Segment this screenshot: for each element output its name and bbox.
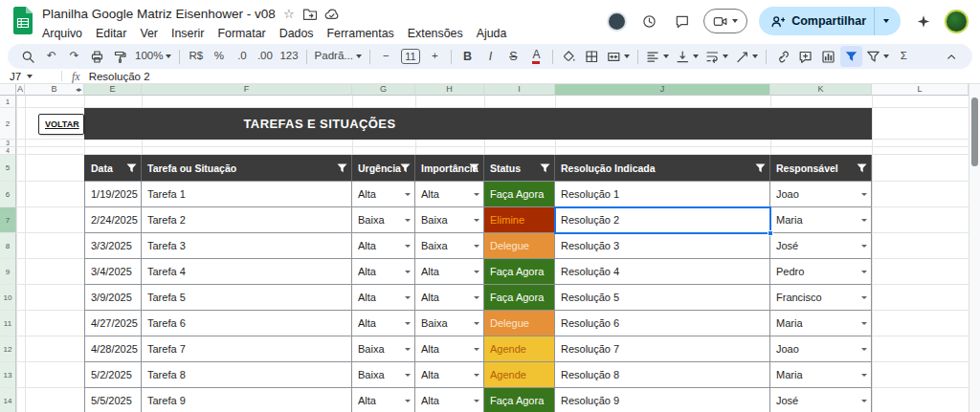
cell-dropdown-icon[interactable] — [861, 374, 867, 377]
cell-dropdown-icon[interactable] — [474, 193, 479, 196]
filter-button[interactable] — [469, 163, 479, 173]
filter-button[interactable] — [540, 163, 550, 173]
cell-resolution[interactable]: Resolução 6 — [555, 311, 770, 336]
cell-urgency[interactable]: Baixa — [352, 362, 415, 388]
cell-importance[interactable]: Alta — [415, 259, 484, 285]
cell-dropdown-icon[interactable] — [405, 374, 411, 377]
cell-urgency[interactable]: Alta — [352, 259, 415, 285]
cell-dropdown-icon[interactable] — [474, 374, 479, 377]
cell-date[interactable]: 4/27/2025 — [84, 311, 142, 336]
cell-importance[interactable]: Alta — [415, 362, 484, 388]
cell-date[interactable]: 3/3/2025 — [84, 233, 142, 259]
scrollbar-thumb[interactable] — [971, 98, 978, 166]
cell-urgency[interactable]: Alta — [352, 285, 415, 311]
cell-urgency[interactable]: Alta — [352, 233, 415, 259]
cell-status[interactable]: Delegue — [484, 233, 555, 259]
cell-dropdown-icon[interactable] — [861, 271, 867, 273]
cell-status[interactable]: Faça Agora — [484, 388, 555, 412]
cell-dropdown-icon[interactable] — [861, 296, 867, 299]
cell-dropdown-icon[interactable] — [405, 400, 411, 402]
cell-task[interactable]: Tarefa 3 — [142, 233, 352, 259]
cell-resolution[interactable]: Resolução 5 — [555, 285, 770, 311]
cell-status[interactable]: Agende — [484, 362, 555, 388]
vertical-scrollbar[interactable] — [969, 84, 980, 412]
cell-dropdown-icon[interactable] — [474, 271, 479, 273]
cell-dropdown-icon[interactable] — [861, 348, 867, 351]
cell-dropdown-icon[interactable] — [861, 245, 867, 248]
cell-task[interactable]: Tarefa 9 — [142, 388, 352, 412]
filter-button[interactable] — [755, 163, 766, 173]
cell-task[interactable]: Tarefa 2 — [142, 207, 352, 233]
cell-dropdown-icon[interactable] — [405, 322, 411, 325]
cell-dropdown-icon[interactable] — [474, 296, 479, 299]
cell-owner[interactable]: Francisco — [770, 285, 872, 311]
cell-urgency[interactable]: Alta — [352, 388, 415, 412]
table-header-owner[interactable]: Responsável — [770, 155, 872, 182]
cell-owner[interactable]: José — [770, 233, 872, 259]
cell-owner[interactable]: Maria — [770, 207, 872, 233]
cell-urgency[interactable]: Baixa — [352, 207, 415, 233]
cell-dropdown-icon[interactable] — [405, 296, 411, 299]
cell-dropdown-icon[interactable] — [474, 245, 479, 248]
cell-date[interactable]: 1/19/2025 — [84, 182, 142, 207]
cell-date[interactable]: 5/5/2025 — [84, 388, 142, 412]
cell-task[interactable]: Tarefa 5 — [142, 285, 352, 311]
cell-dropdown-icon[interactable] — [405, 348, 411, 351]
cell-dropdown-icon[interactable] — [405, 245, 411, 248]
cell-resolution[interactable]: Resolução 4 — [555, 259, 770, 285]
cell-owner[interactable]: José — [770, 388, 872, 412]
cell-status[interactable]: Faça Agora — [484, 259, 555, 285]
cell-importance[interactable]: Baixa — [415, 233, 484, 259]
cell-date[interactable]: 3/9/2025 — [84, 285, 142, 311]
cell-status[interactable]: Faça Agora — [484, 182, 555, 207]
filter-button[interactable] — [400, 163, 411, 173]
cell-resolution[interactable]: Resolução 1 — [555, 182, 770, 207]
cell-status[interactable]: Faça Agora — [484, 285, 555, 311]
cell-dropdown-icon[interactable] — [861, 193, 867, 196]
cell-resolution[interactable]: Resolução 8 — [555, 362, 770, 388]
cell-date[interactable]: 2/24/2025 — [84, 207, 142, 233]
cell-urgency[interactable]: Alta — [352, 182, 415, 207]
cell-importance[interactable]: Alta — [415, 388, 484, 412]
fill-handle[interactable] — [768, 230, 773, 236]
cell-task[interactable]: Tarefa 4 — [142, 259, 352, 285]
back-button[interactable]: VOLTAR — [38, 114, 84, 135]
cell-task[interactable]: Tarefa 7 — [142, 336, 352, 362]
cell-urgency[interactable]: Baixa — [352, 336, 415, 362]
cell-importance[interactable]: Alta — [415, 182, 484, 207]
cell-dropdown-icon[interactable] — [861, 400, 867, 402]
cell-date[interactable]: 4/28/2025 — [84, 336, 142, 362]
cell-owner[interactable]: Maria — [770, 311, 872, 336]
cell-owner[interactable]: Joao — [770, 182, 872, 207]
cell-importance[interactable]: Baixa — [415, 311, 484, 336]
cell-urgency[interactable]: Alta — [352, 311, 415, 336]
filter-button[interactable] — [337, 163, 347, 173]
cell-owner[interactable]: Maria — [770, 362, 872, 388]
cell-owner[interactable]: Pedro — [770, 259, 872, 285]
cell-resolution[interactable]: Resolução 3 — [555, 233, 770, 259]
table-header-status[interactable]: Status — [484, 155, 555, 182]
table-header-importance[interactable]: Importância — [415, 155, 484, 182]
cell-importance[interactable]: Baixa — [415, 207, 484, 233]
cell-dropdown-icon[interactable] — [405, 219, 411, 222]
cell-resolution[interactable]: Resolução 9 — [555, 388, 770, 412]
cell-task[interactable]: Tarefa 6 — [142, 311, 352, 336]
cell-task[interactable]: Tarefa 8 — [142, 362, 352, 388]
cell-status[interactable]: Elimine — [484, 207, 555, 233]
cell-status[interactable]: Delegue — [484, 311, 555, 336]
cell-status[interactable]: Agende — [484, 336, 555, 362]
cell-dropdown-icon[interactable] — [474, 322, 479, 325]
cell-date[interactable]: 3/4/2025 — [84, 259, 142, 285]
cell-importance[interactable]: Alta — [415, 336, 484, 362]
table-header-resolution[interactable]: Resolução Indicada — [555, 155, 770, 182]
cell-dropdown-icon[interactable] — [861, 322, 867, 325]
cell-resolution[interactable]: Resolução 2 — [555, 207, 770, 233]
cell-task[interactable]: Tarefa 1 — [142, 182, 352, 207]
cell-dropdown-icon[interactable] — [474, 219, 479, 222]
cell-dropdown-icon[interactable] — [405, 193, 411, 196]
table-header-urgency[interactable]: Urgência — [352, 155, 415, 182]
filter-button[interactable] — [126, 163, 137, 173]
cell-dropdown-icon[interactable] — [474, 400, 479, 402]
table-header-date[interactable]: Data — [84, 155, 142, 182]
cell-dropdown-icon[interactable] — [861, 219, 867, 222]
